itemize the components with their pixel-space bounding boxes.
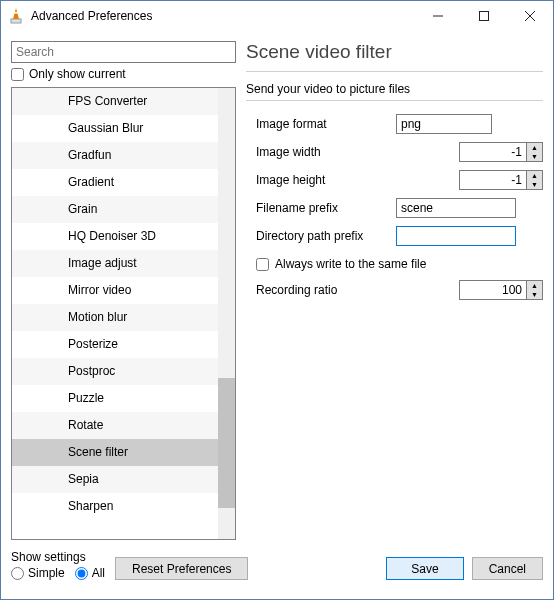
- tree-scroll-thumb[interactable]: [218, 378, 235, 508]
- tree-item[interactable]: Sepia: [12, 466, 235, 493]
- spin-down-icon[interactable]: ▼: [527, 290, 542, 299]
- image-width-spinner[interactable]: ▲▼: [459, 142, 543, 162]
- spin-up-icon[interactable]: ▲: [527, 171, 542, 180]
- spin-down-icon[interactable]: ▼: [527, 180, 542, 189]
- show-settings-label: Show settings: [11, 550, 105, 564]
- tree-item[interactable]: Sharpen: [12, 493, 235, 520]
- reset-preferences-button[interactable]: Reset Preferences: [115, 557, 248, 580]
- tree-item[interactable]: FPS Converter: [12, 88, 235, 115]
- svg-rect-0: [11, 19, 21, 23]
- image-height-input[interactable]: [459, 170, 527, 190]
- window-title: Advanced Preferences: [31, 9, 415, 23]
- titlebar: Advanced Preferences: [1, 1, 553, 31]
- tree-item[interactable]: Puzzle: [12, 385, 235, 412]
- tree-item[interactable]: Grain: [12, 196, 235, 223]
- spin-down-icon[interactable]: ▼: [527, 152, 542, 161]
- search-input[interactable]: [11, 41, 236, 63]
- tree-item[interactable]: HQ Denoiser 3D: [12, 223, 235, 250]
- image-format-label: Image format: [246, 117, 396, 131]
- tree-item[interactable]: Gradfun: [12, 142, 235, 169]
- dir-prefix-label: Directory path prefix: [246, 229, 396, 243]
- panel-title: Scene video filter: [246, 41, 543, 63]
- cancel-button[interactable]: Cancel: [472, 557, 543, 580]
- panel-subtitle: Send your video to picture files: [246, 82, 543, 96]
- tree-item[interactable]: Gradient: [12, 169, 235, 196]
- only-show-current-checkbox[interactable]: Only show current: [11, 67, 236, 81]
- always-write-checkbox[interactable]: [256, 258, 269, 271]
- spin-up-icon[interactable]: ▲: [527, 281, 542, 290]
- tree-item[interactable]: Rotate: [12, 412, 235, 439]
- all-radio[interactable]: All: [75, 566, 105, 580]
- maximize-button[interactable]: [461, 1, 507, 31]
- spin-up-icon[interactable]: ▲: [527, 143, 542, 152]
- save-button[interactable]: Save: [386, 557, 463, 580]
- filename-prefix-input[interactable]: [396, 198, 516, 218]
- only-show-current-box[interactable]: [11, 68, 24, 81]
- recording-ratio-spinner[interactable]: ▲▼: [459, 280, 543, 300]
- tree-item[interactable]: Mirror video: [12, 277, 235, 304]
- tree-item[interactable]: Postproc: [12, 358, 235, 385]
- svg-rect-3: [480, 12, 489, 21]
- image-width-input[interactable]: [459, 142, 527, 162]
- tree-item[interactable]: Motion blur: [12, 304, 235, 331]
- recording-ratio-label: Recording ratio: [246, 283, 396, 297]
- tree-item[interactable]: Posterize: [12, 331, 235, 358]
- tree-scrollbar[interactable]: [218, 88, 235, 539]
- dir-prefix-input[interactable]: [396, 226, 516, 246]
- show-settings-group: Show settings Simple All: [11, 550, 105, 580]
- always-write-label: Always write to the same file: [275, 257, 426, 271]
- svg-rect-1: [14, 12, 19, 14]
- simple-radio[interactable]: Simple: [11, 566, 65, 580]
- only-show-current-label: Only show current: [29, 67, 126, 81]
- filter-tree: FPS ConverterGaussian BlurGradfunGradien…: [11, 87, 236, 540]
- image-height-label: Image height: [246, 173, 396, 187]
- recording-ratio-input[interactable]: [459, 280, 527, 300]
- filename-prefix-label: Filename prefix: [246, 201, 396, 215]
- image-format-input[interactable]: [396, 114, 492, 134]
- app-icon: [7, 7, 25, 25]
- image-height-spinner[interactable]: ▲▼: [459, 170, 543, 190]
- tree-item[interactable]: Image adjust: [12, 250, 235, 277]
- image-width-label: Image width: [246, 145, 396, 159]
- tree-item[interactable]: Gaussian Blur: [12, 115, 235, 142]
- minimize-button[interactable]: [415, 1, 461, 31]
- tree-item[interactable]: Scene filter: [12, 439, 235, 466]
- close-button[interactable]: [507, 1, 553, 31]
